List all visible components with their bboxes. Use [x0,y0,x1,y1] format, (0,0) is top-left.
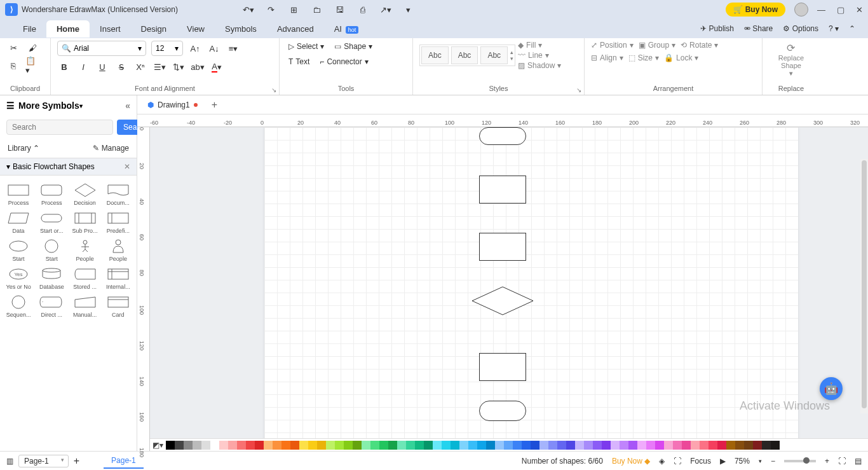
color-swatch[interactable] [210,441,219,450]
shadow-button[interactable]: ▨ Shadow▾ [518,61,561,70]
position-button[interactable]: ⤢ Position▾ [591,41,634,50]
color-swatch[interactable] [531,441,539,450]
user-avatar[interactable] [794,3,808,17]
shape-palette-item[interactable]: Docum... [102,181,134,207]
tab-view[interactable]: View [177,20,215,38]
auto-color-icon[interactable]: ◩▾ [153,441,163,450]
open-icon[interactable]: 🗀 [310,3,324,17]
tab-symbols[interactable]: Symbols [215,20,267,38]
color-swatch[interactable] [175,441,184,450]
share-button[interactable]: ⚮ Share [744,24,773,33]
color-swatch[interactable] [406,441,415,450]
color-swatch[interactable] [646,441,655,450]
select-tool[interactable]: ▷ Select▾ [286,41,327,52]
line-button[interactable]: 〰 Line▾ [518,51,561,60]
style-preset-3[interactable]: Abc [480,46,508,64]
color-swatch[interactable] [290,441,299,450]
tab-insert[interactable]: Insert [90,20,131,38]
color-swatch[interactable] [504,441,513,450]
font-launcher-icon[interactable]: ↘ [271,86,276,93]
color-swatch[interactable] [308,441,317,450]
add-page-button[interactable]: + [74,455,79,467]
underline-icon[interactable]: U [95,60,109,74]
format-painter-icon[interactable]: 🖌 [25,41,39,55]
zoom-out-button[interactable]: − [771,457,775,466]
shape-tool[interactable]: ▭ Shape▾ [332,41,375,52]
hamburger-icon[interactable]: ☰ [6,100,15,111]
panel-toggle-icon[interactable]: ▤ [855,457,862,466]
color-swatch[interactable] [273,441,281,450]
library-label[interactable]: Library ⌃ [8,144,39,153]
fit-icon[interactable]: ⛶ [674,457,681,466]
color-swatch[interactable] [228,441,237,450]
publish-button[interactable]: ✈ Publish [700,24,734,33]
color-swatch[interactable] [486,441,495,450]
export-icon[interactable]: ↗▾ [379,3,393,17]
present-icon[interactable]: ▶ [720,457,726,466]
color-swatch[interactable] [344,441,353,450]
highlight-icon[interactable]: ab▾ [191,60,205,74]
shape-decision-1[interactable] [471,286,534,315]
shape-palette-item[interactable]: Process [36,181,67,207]
color-swatch[interactable] [299,441,308,450]
shape-palette-item[interactable]: Internal... [102,265,134,291]
color-swatch[interactable] [193,441,201,450]
font-name-select[interactable]: 🔍 Arial▾ [57,41,146,56]
align-menu-icon[interactable]: ≡▾ [226,41,240,55]
shape-palette-item[interactable]: Start or... [36,209,67,235]
vertical-scrollbar[interactable] [860,159,868,413]
rotate-button[interactable]: ⟲ Rotate▾ [681,41,718,50]
strike-icon[interactable]: S̶ [114,60,128,74]
page-view-icon[interactable]: ▥ [6,457,13,466]
color-swatch[interactable] [237,441,246,450]
status-buynow[interactable]: Buy Now ◆ [612,457,650,466]
align-button[interactable]: ⊟ Align▾ [591,53,623,62]
more-symbols-title[interactable]: More Symbols [18,100,79,111]
style-preset-2[interactable]: Abc [451,46,478,64]
color-swatch[interactable] [388,441,397,450]
font-size-select[interactable]: 12▾ [151,41,183,56]
text-tool[interactable]: T Text [286,56,312,67]
shape-palette-item[interactable]: Database [36,265,67,291]
shape-palette-item[interactable]: Card [102,293,134,319]
shape-palette-item[interactable]: Sub Pro... [69,209,101,235]
undo-icon[interactable]: ↶▾ [241,3,255,17]
italic-icon[interactable]: I [76,60,90,74]
color-swatch[interactable] [717,441,726,450]
shape-palette-item[interactable]: Stored ... [69,265,101,291]
bold-icon[interactable]: B [57,60,71,74]
tab-home[interactable]: Home [46,20,90,38]
color-swatch[interactable] [477,441,486,450]
color-swatch[interactable] [362,441,370,450]
color-swatch[interactable] [602,441,611,450]
increase-font-icon[interactable]: A↑ [188,41,202,55]
color-swatch[interactable] [184,441,193,450]
color-swatch[interactable] [575,441,584,450]
spacing-icon[interactable]: ⇅▾ [172,60,186,74]
shape-palette-item[interactable]: Sequen... [3,293,34,319]
shape-process-3[interactable] [479,353,526,381]
color-swatch[interactable] [691,441,700,450]
color-swatch[interactable] [370,441,379,450]
paste-icon[interactable]: 📋▾ [25,59,39,73]
tab-file[interactable]: File [13,20,46,38]
color-swatch[interactable] [264,441,273,450]
color-swatch[interactable] [762,441,771,450]
new-tab-button[interactable]: + [205,99,224,111]
color-swatch[interactable] [495,441,504,450]
shape-process-1[interactable] [479,176,526,204]
color-swatch[interactable] [557,441,566,450]
page-selector[interactable]: Page-1 [18,455,69,467]
color-swatch[interactable] [744,441,753,450]
color-swatch[interactable] [673,441,682,450]
color-swatch[interactable] [353,441,362,450]
color-swatch[interactable] [664,441,673,450]
tab-ai[interactable]: AI hot [324,20,369,38]
tab-advanced[interactable]: Advanced [267,20,324,38]
search-input[interactable] [6,120,113,135]
document-tab[interactable]: ⬢ Drawing1 [140,98,205,112]
shape-palette-item[interactable]: Start [3,237,34,263]
color-swatch[interactable] [735,441,744,450]
color-swatch[interactable] [539,441,548,450]
decrease-font-icon[interactable]: A↓ [207,41,221,55]
